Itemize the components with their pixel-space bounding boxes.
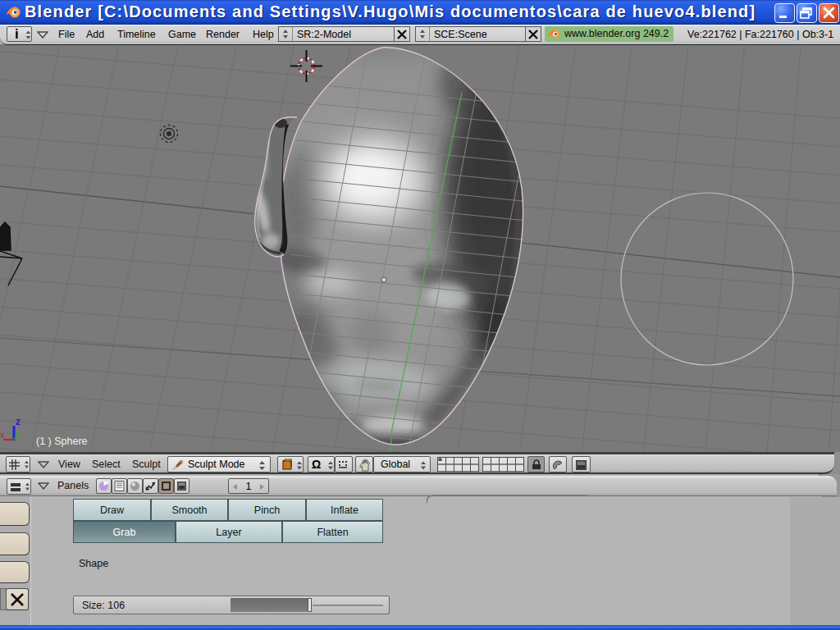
svg-text:z: z bbox=[16, 416, 21, 427]
svg-text:(1 ) Sphere: (1 ) Sphere bbox=[36, 436, 88, 447]
svg-text:x: x bbox=[0, 430, 5, 440]
